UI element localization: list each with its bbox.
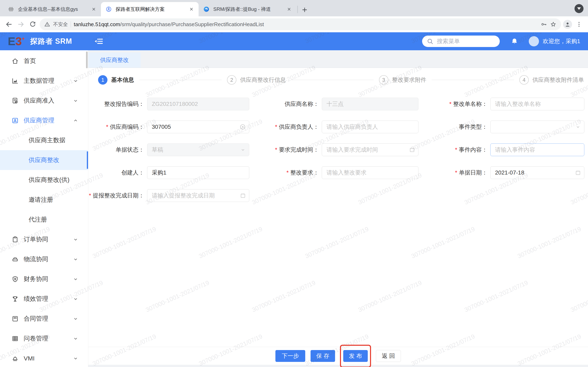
return-button[interactable]: 返 回 xyxy=(376,350,401,362)
chevron-down-icon xyxy=(73,276,78,282)
app-title: 探路者 SRM xyxy=(30,36,72,46)
sidebar-item-invite-register[interactable]: 邀请注册 xyxy=(0,190,88,210)
bookmark-star-icon[interactable] xyxy=(550,21,556,28)
chart-icon xyxy=(11,77,19,85)
url-text[interactable]: tanluzhe.51qqt.com/srm/quality/purchase/… xyxy=(74,21,538,28)
field-supplier-name: 供应商名称： xyxy=(259,98,422,110)
basic-info-form: 整改报告编码： 供应商名称： *整改单名称： *供应商编码： xyxy=(95,98,586,212)
key-icon[interactable] xyxy=(541,21,547,28)
step-2[interactable]: 2 供应商整改行信息 xyxy=(227,75,286,85)
calendar-icon[interactable] xyxy=(575,170,581,176)
close-icon[interactable] xyxy=(189,7,194,12)
chevron-down-icon xyxy=(577,7,581,10)
reload-button[interactable] xyxy=(28,19,38,29)
browser-tab-3[interactable]: SRM/探路者::提Bug - 禅道 xyxy=(199,2,296,16)
sidebar-collapse-icon[interactable] xyxy=(94,37,103,45)
sidebar-item-supplier-management[interactable]: 供应商管理 xyxy=(0,110,88,130)
back-button[interactable] xyxy=(4,19,14,29)
rectification-requirement-input[interactable] xyxy=(322,166,418,179)
tab-title: SRM/探路者::提Bug - 禅道 xyxy=(213,6,283,12)
sidebar-item-supplier-master-data[interactable]: 供应商主数据 xyxy=(0,130,88,150)
chevron-down-icon xyxy=(73,356,78,361)
browser-tabstrip: 企业基本信息--基本信息gys 探路者互联网解决方案 SRM/探路者::提Bug… xyxy=(0,0,588,16)
step-1[interactable]: 1 基本信息 xyxy=(98,75,134,85)
user-avatar[interactable] xyxy=(529,36,539,46)
supplier-name-input[interactable] xyxy=(322,98,418,110)
browser-profile-avatar[interactable] xyxy=(563,20,572,29)
required-finish-time-input[interactable] xyxy=(322,143,418,156)
page-tab-supplier-rectification[interactable]: 供应商整改 xyxy=(88,52,141,68)
step-connector xyxy=(291,80,373,80)
sidebar-item-order-collab[interactable]: 订单协同 xyxy=(0,229,88,249)
shield-yen-icon xyxy=(11,275,19,283)
next-step-button[interactable]: 下一步 xyxy=(275,350,305,362)
content-area: 供应商整改 1 基本信息 2 供应商整改行信息 3 整 xyxy=(88,50,588,367)
sidebar-item-performance[interactable]: 绩效管理 xyxy=(0,289,88,309)
sidebar-item-finance-collab[interactable]: 财务协同 xyxy=(0,269,88,289)
trophy-icon xyxy=(11,295,19,303)
close-icon[interactable] xyxy=(286,7,292,12)
sidebar-item-vmi[interactable]: VMI xyxy=(0,348,88,367)
sidebar-item-supplier-rectification[interactable]: 供应商整改 xyxy=(0,150,88,170)
creator-input[interactable] xyxy=(147,166,249,179)
sidebar-scrollbar[interactable] xyxy=(86,51,88,68)
browser-tab-2[interactable]: 探路者互联网解决方案 xyxy=(101,2,199,16)
step-3[interactable]: 3 整改要求附件 xyxy=(379,75,426,85)
field-supplier-manager: *供应商负责人： xyxy=(259,121,422,133)
sidebar-item-home[interactable]: 首页 xyxy=(0,51,88,71)
report-finish-date-input[interactable] xyxy=(147,189,249,202)
publish-button[interactable]: 发 布 xyxy=(343,350,368,362)
browser-menu-icon[interactable] xyxy=(574,19,584,29)
sidebar-item-contract[interactable]: 合同管理 xyxy=(0,309,88,329)
supplier-manager-input[interactable] xyxy=(322,121,418,133)
sidebar-item-master-data[interactable]: 主数据管理 xyxy=(0,71,88,91)
clear-icon[interactable] xyxy=(240,124,246,130)
sidebar-item-supplier-rectification-sup[interactable]: 供应商整改(供) xyxy=(0,170,88,190)
new-tab-button[interactable] xyxy=(299,4,310,16)
rectification-name-input[interactable] xyxy=(490,98,584,110)
forward-button[interactable] xyxy=(16,19,26,29)
doc-status-select[interactable] xyxy=(147,143,249,156)
calendar-icon[interactable] xyxy=(240,192,246,199)
sidebar-item-questionnaire[interactable]: 问卷管理 xyxy=(0,329,88,348)
step-connector xyxy=(432,80,514,80)
browser-tab-1[interactable]: 企业基本信息--基本信息gys xyxy=(3,2,101,16)
save-button[interactable]: 保 存 xyxy=(311,350,335,362)
warning-triangle-icon[interactable] xyxy=(44,21,50,27)
report-code-input[interactable] xyxy=(147,98,249,110)
globe-icon xyxy=(8,6,14,12)
menu-search-box[interactable] xyxy=(422,35,500,47)
publish-button-wrap: 发 布 xyxy=(343,350,368,362)
close-icon[interactable] xyxy=(91,7,96,12)
chevron-down-icon[interactable] xyxy=(240,147,246,153)
sidebar-item-logistics-collab[interactable]: 物流协同 xyxy=(0,249,88,269)
supplier-card-icon xyxy=(11,117,19,124)
search-input[interactable] xyxy=(436,38,495,45)
screen: 企业基本信息--基本信息gys 探路者互联网解决方案 SRM/探路者::提Bug… xyxy=(0,0,588,367)
tab-search-button[interactable] xyxy=(574,4,583,13)
zentao-icon xyxy=(203,6,210,12)
sidebar-item-supplier-access[interactable]: 供应商准入 xyxy=(0,91,88,110)
url-omnibox[interactable]: 不安全 tanluzhe.51qqt.com/srm/quality/purch… xyxy=(40,18,561,30)
chevron-down-icon[interactable] xyxy=(575,124,581,130)
clipboard-icon xyxy=(11,236,19,243)
sidebar-item-proxy-register[interactable]: 代注册 xyxy=(0,210,88,229)
field-rectification-name: *整改单名称： xyxy=(422,98,586,110)
supplier-code-input[interactable] xyxy=(147,121,249,133)
step-4[interactable]: 4 供应商整改附件清单 xyxy=(519,75,584,85)
field-report-code: 整改报告编码： xyxy=(95,98,259,110)
field-doc-status: 单据状态： xyxy=(95,143,259,156)
event-content-input[interactable] xyxy=(490,143,584,156)
form-panel: 1 基本信息 2 供应商整改行信息 3 整改要求附件 4 xyxy=(88,68,588,347)
omnibox-separator xyxy=(71,21,71,27)
chevron-down-icon xyxy=(73,316,78,321)
event-type-select[interactable] xyxy=(490,121,584,133)
browser-urlbar: 不安全 tanluzhe.51qqt.com/srm/quality/purch… xyxy=(0,16,588,32)
field-required-finish-time: *要求完成时间： xyxy=(259,143,422,156)
calendar-icon[interactable] xyxy=(409,147,415,153)
field-creator: 创建人： xyxy=(95,166,259,179)
compass-icon xyxy=(105,6,112,12)
doc-date-input[interactable] xyxy=(490,166,584,179)
tab-title: 探路者互联网解决方案 xyxy=(116,6,185,12)
notification-bell-icon[interactable] xyxy=(511,38,518,45)
